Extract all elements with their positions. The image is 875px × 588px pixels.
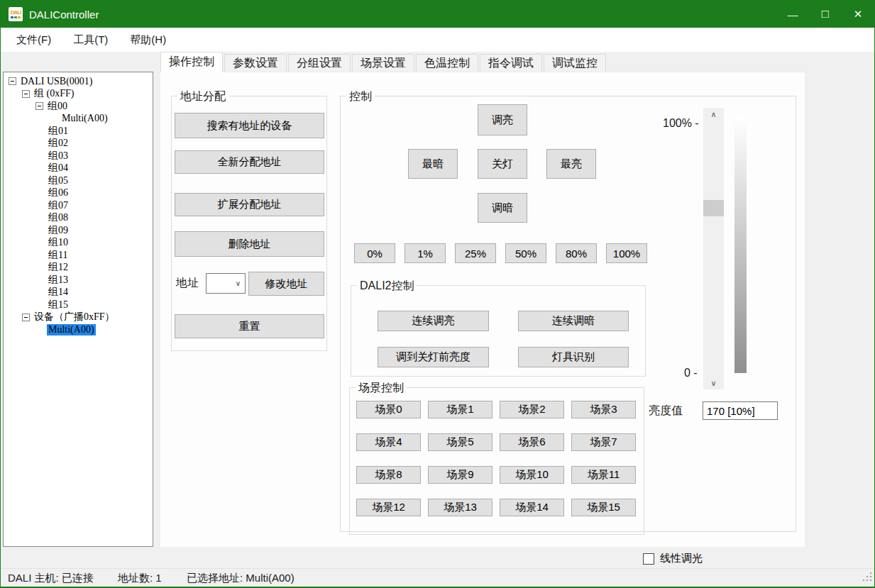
scene-button[interactable]: 场景9: [428, 466, 492, 484]
tree-item[interactable]: 组08: [4, 212, 153, 225]
scene-button[interactable]: 场景6: [500, 433, 564, 451]
scroll-up-icon[interactable]: ∧: [703, 108, 724, 121]
scene-button[interactable]: 场景3: [571, 401, 636, 418]
max-brightness-button[interactable]: 最亮: [546, 149, 596, 179]
host-status: DALI 主机: 已连接: [8, 572, 94, 585]
tab-item[interactable]: 参数设置: [224, 54, 287, 72]
selected-address: 已选择地址: Multi(A00): [187, 572, 295, 585]
lamp-off-button[interactable]: 关灯: [478, 149, 527, 179]
dali2-control-group: DALI2控制 连续调亮 连续调暗 调到关灯前亮度 灯具识别: [351, 285, 646, 377]
app-icon-colors: [11, 16, 21, 18]
tab-item[interactable]: 场景设置: [352, 54, 414, 72]
scroll-down-icon[interactable]: ∨: [703, 377, 724, 389]
tree-item[interactable]: 组07: [4, 199, 153, 212]
tree-item[interactable]: 组09: [4, 224, 153, 237]
modify-address-button[interactable]: 修改地址: [248, 272, 324, 296]
brightness-scrollbar[interactable]: ∧ ∨: [703, 108, 724, 389]
tree-item[interactable]: 组00: [4, 100, 153, 113]
tree-item[interactable]: 组15: [4, 299, 153, 311]
lamp-identify-button[interactable]: 灯具识别: [518, 347, 629, 367]
resize-grip[interactable]: [863, 572, 872, 581]
tree-item[interactable]: 组12: [4, 262, 153, 274]
group-title: 场景控制: [356, 381, 407, 396]
scene-button[interactable]: 场景10: [500, 466, 564, 484]
scene-button[interactable]: 场景0: [356, 401, 421, 418]
close-icon[interactable]: ✕: [842, 1, 874, 28]
menu-bar: 文件(F)工具(T)帮助(H): [1, 28, 874, 52]
tree-item[interactable]: 组06: [4, 187, 153, 200]
brightness-value-field[interactable]: 170 [10%]: [703, 401, 778, 420]
linear-dimming-option[interactable]: 线性调光: [643, 552, 703, 565]
assign-new-address-button[interactable]: 全新分配地址: [175, 150, 324, 174]
tab-item[interactable]: 分组设置: [288, 54, 351, 72]
maximize-icon[interactable]: □: [809, 1, 842, 28]
menu-item[interactable]: 帮助(H): [120, 29, 176, 51]
tree-item[interactable]: Multi(A00): [4, 323, 153, 336]
tree-item[interactable]: 组 (0xFF): [4, 88, 153, 101]
tree-item[interactable]: 组10: [4, 237, 153, 250]
search-addressed-devices-button[interactable]: 搜索有地址的设备: [175, 113, 324, 138]
tree-item[interactable]: 组03: [4, 150, 153, 162]
scene-button[interactable]: 场景4: [356, 433, 421, 451]
scene-control-group: 场景控制 场景0场景1场景2场景3场景4场景5场景6场景7场景8场景9场景10场…: [349, 387, 644, 535]
collapse-icon[interactable]: [22, 314, 30, 321]
dim-up-button[interactable]: 调亮: [478, 104, 527, 135]
tree-item[interactable]: DALI USB(0001): [4, 75, 153, 88]
tree-item[interactable]: 组02: [4, 138, 153, 150]
tab-strip: 操作控制参数设置分组设置场景设置色温控制指令调试调试监控: [160, 52, 607, 72]
continuous-dim-up-button[interactable]: 连续调亮: [378, 311, 489, 331]
operation-control-page: 地址分配 搜索有地址的设备 全新分配地址 扩展分配地址 删除地址 地址 ∨ 修改…: [160, 72, 805, 547]
tree-item[interactable]: Multi(A00): [4, 113, 153, 126]
address-count: 地址数: 1: [118, 572, 162, 585]
tree-item[interactable]: 组04: [4, 162, 153, 175]
brightness-min-label: 0 -: [684, 367, 698, 379]
tab-item[interactable]: 色温控制: [416, 54, 478, 72]
scene-button[interactable]: 场景1: [428, 401, 492, 418]
scene-button[interactable]: 场景8: [356, 466, 421, 484]
tree-item[interactable]: 组01: [4, 125, 153, 138]
minimize-icon[interactable]: —: [776, 1, 809, 28]
goto-last-level-button[interactable]: 调到关灯前亮度: [378, 347, 489, 367]
scene-button[interactable]: 场景2: [500, 401, 564, 418]
group-title: 控制: [346, 89, 375, 104]
collapse-icon[interactable]: [22, 90, 30, 98]
tree-item[interactable]: 组05: [4, 174, 153, 187]
app-window: DALI DALIController — □ ✕ 文件(F)工具(T)帮助(H…: [0, 0, 875, 588]
percent-button[interactable]: 100%: [606, 243, 647, 263]
reset-button[interactable]: 重置: [175, 314, 324, 338]
min-brightness-button[interactable]: 最暗: [408, 149, 458, 179]
chevron-down-icon: ∨: [236, 279, 241, 287]
percent-button[interactable]: 1%: [405, 243, 446, 263]
percent-button[interactable]: 50%: [505, 243, 546, 263]
tree-item[interactable]: 设备（广播0xFF）: [4, 311, 153, 324]
scene-button[interactable]: 场景13: [428, 499, 492, 516]
delete-address-button[interactable]: 删除地址: [175, 231, 324, 257]
collapse-icon[interactable]: [35, 102, 43, 110]
scene-button[interactable]: 场景14: [500, 499, 564, 516]
tab-item[interactable]: 操作控制: [160, 52, 223, 72]
menu-item[interactable]: 文件(F): [6, 29, 61, 51]
collapse-icon[interactable]: [9, 77, 16, 85]
extend-assign-address-button[interactable]: 扩展分配地址: [175, 193, 324, 216]
scrollbar-thumb[interactable]: [703, 200, 724, 216]
tree-item[interactable]: 组14: [4, 287, 153, 299]
linear-dimming-checkbox[interactable]: [643, 553, 654, 565]
scene-button[interactable]: 场景15: [571, 499, 636, 516]
menu-item[interactable]: 工具(T): [63, 29, 118, 51]
tree-item[interactable]: 组13: [4, 274, 153, 287]
window-title: DALIController: [29, 9, 99, 21]
percent-button[interactable]: 80%: [556, 243, 597, 263]
scene-button[interactable]: 场景11: [571, 466, 636, 484]
address-combobox[interactable]: ∨: [206, 273, 246, 294]
tab-item[interactable]: 调试监控: [544, 54, 606, 72]
scene-button[interactable]: 场景5: [428, 433, 492, 451]
percent-button[interactable]: 0%: [354, 243, 395, 263]
tab-item[interactable]: 指令调试: [480, 54, 542, 72]
status-bar: DALI 主机: 已连接 地址数: 1 已选择地址: Multi(A00): [1, 568, 874, 587]
continuous-dim-down-button[interactable]: 连续调暗: [518, 311, 629, 331]
dim-down-button[interactable]: 调暗: [478, 193, 527, 223]
scene-button[interactable]: 场景12: [356, 499, 421, 516]
tree-item[interactable]: 组11: [4, 249, 153, 262]
scene-button[interactable]: 场景7: [571, 433, 636, 451]
percent-button[interactable]: 25%: [455, 243, 496, 263]
